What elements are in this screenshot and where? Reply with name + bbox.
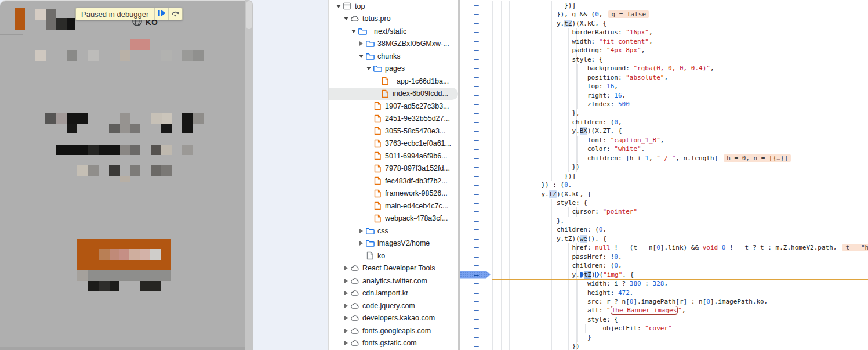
disclosure-expanded-icon[interactable] bbox=[342, 17, 350, 20]
code-line-20[interactable]: })] bbox=[460, 172, 868, 181]
disclosure-collapsed-icon[interactable] bbox=[342, 279, 350, 283]
code-line-29[interactable]: passHref: !0, bbox=[460, 252, 868, 261]
tree-item-pages[interactable]: pages bbox=[329, 63, 458, 75]
gutter-line-marker[interactable] bbox=[474, 50, 479, 51]
gutter-line-marker[interactable] bbox=[474, 68, 479, 69]
gutter-line-marker[interactable] bbox=[474, 104, 479, 105]
code-line-36[interactable]: style: { bbox=[460, 315, 868, 324]
tree-item-imagesv2-home[interactable]: imagesV2/home bbox=[329, 237, 458, 250]
gutter-line-marker[interactable] bbox=[474, 167, 479, 168]
tree-item-react-developer-tools[interactable]: React Developer Tools bbox=[329, 262, 458, 275]
code-line-1[interactable]: })] bbox=[460, 1, 868, 10]
gutter-line-marker[interactable] bbox=[474, 211, 479, 212]
disclosure-collapsed-icon[interactable] bbox=[342, 316, 350, 320]
tree-item-38mgzbxf05gmxw-[interactable]: 38MGZBxf05GMxw-... bbox=[329, 38, 458, 50]
code-line-15[interactable]: y.BX)(X.ZT, { bbox=[460, 127, 868, 135]
code-line-9[interactable]: position: "absolute", bbox=[460, 73, 868, 82]
gutter-line-marker[interactable] bbox=[474, 158, 479, 159]
code-line-21[interactable]: }) : (0, bbox=[460, 181, 868, 189]
tree-item-fonts-googleapis-com[interactable]: fonts.googleapis.com bbox=[329, 324, 458, 337]
code-line-16[interactable]: font: "caption_1_B", bbox=[460, 136, 868, 145]
page-scrollbar-thumb[interactable] bbox=[246, 1, 252, 29]
tree-item-fec483df-db3f7b2-[interactable]: fec483df-db3f7b2... bbox=[329, 175, 458, 187]
code-line-4[interactable]: borderRadius: "16px", bbox=[460, 28, 868, 37]
code-line-7[interactable]: style: { bbox=[460, 55, 868, 64]
code-line-17[interactable]: color: "white", bbox=[460, 145, 868, 153]
tree-item-3763-ecbc1ef0a61-[interactable]: 3763-ecbc1ef0a61... bbox=[329, 138, 458, 150]
tree-item--app-1c66d1ba-[interactable]: _app-1c66d1ba... bbox=[329, 75, 458, 88]
gutter-line-marker[interactable] bbox=[474, 176, 479, 177]
code-line-3[interactable]: y.tZ)(X.kC, { bbox=[460, 19, 868, 28]
code-line-22[interactable]: y.tZ)(X.kC, { bbox=[460, 190, 868, 199]
tree-item-1907-ad5c27c3b3-[interactable]: 1907-ad5c27c3b3... bbox=[329, 100, 458, 113]
code-line-37[interactable]: objectFit: "cover" bbox=[460, 324, 868, 333]
tree-item-developers-kakao-com[interactable]: developers.kakao.com bbox=[329, 312, 458, 325]
code-line-24[interactable]: cursor: "pointer" bbox=[460, 207, 868, 216]
tree-item-ko[interactable]: ko bbox=[329, 250, 458, 262]
tree-item-main-ed4ceb4c7c-[interactable]: main-ed4ceb4c7c... bbox=[329, 200, 458, 212]
tree-item-analytics-twitter-com[interactable]: analytics.twitter.com bbox=[329, 275, 458, 287]
step-target-filled-icon[interactable] bbox=[580, 272, 584, 278]
disclosure-expanded-icon[interactable] bbox=[365, 67, 372, 70]
code-line-38[interactable]: } bbox=[460, 333, 868, 342]
gutter-line-marker[interactable] bbox=[474, 86, 479, 87]
tree-item-5011-6994a6f9b6-[interactable]: 5011-6994a6f9b6... bbox=[329, 150, 458, 163]
gutter-line-marker[interactable] bbox=[474, 59, 479, 60]
step-target-outline-icon[interactable] bbox=[595, 272, 600, 278]
gutter-line-marker[interactable] bbox=[474, 95, 479, 96]
tree-item-totus-pro[interactable]: totus.pro bbox=[329, 13, 458, 26]
tree-item-framework-98526-[interactable]: framework-98526... bbox=[329, 187, 458, 200]
tree-item-3055-58c5470e3-[interactable]: 3055-58c5470e3... bbox=[329, 125, 458, 138]
gutter-line-marker[interactable] bbox=[474, 131, 479, 132]
gutter-line-marker[interactable] bbox=[474, 140, 479, 141]
code-line-30[interactable]: children: (0, bbox=[460, 261, 868, 270]
gutter-line-marker[interactable] bbox=[474, 283, 479, 284]
gutter-line-marker[interactable] bbox=[474, 185, 479, 186]
gutter-line-marker[interactable] bbox=[474, 23, 479, 24]
code-line-23[interactable]: style: { bbox=[460, 199, 868, 207]
code-line-12[interactable]: zIndex: 500 bbox=[460, 100, 868, 109]
gutter-line-marker[interactable] bbox=[474, 275, 479, 276]
code-line-10[interactable]: top: 16, bbox=[460, 82, 868, 91]
gutter-line-marker[interactable] bbox=[474, 239, 479, 240]
disclosure-collapsed-icon[interactable] bbox=[342, 341, 350, 345]
code-line-14[interactable]: children: (0, bbox=[460, 118, 868, 127]
code-line-28[interactable]: href: null !== (t = n[0].link) && void 0… bbox=[460, 243, 868, 252]
execution-line[interactable]: y.tZ)("img", { bbox=[460, 270, 868, 279]
tree-item-code-jquery-com[interactable]: code.jquery.com bbox=[329, 300, 458, 312]
tree-item-index-6b09fcdd-[interactable]: index-6b09fcdd... bbox=[329, 88, 458, 100]
code-line-35[interactable]: alt: "The Banner images", bbox=[460, 306, 868, 315]
gutter-line-marker[interactable] bbox=[474, 328, 479, 329]
gutter-line-marker[interactable] bbox=[474, 149, 479, 150]
gutter-line-marker[interactable] bbox=[474, 247, 479, 248]
tree-item-css[interactable]: css bbox=[329, 225, 458, 237]
disclosure-expanded-icon[interactable] bbox=[357, 55, 365, 58]
tree-item-webpack-478a3cf-[interactable]: webpack-478a3cf... bbox=[329, 212, 458, 225]
gutter-line-marker[interactable] bbox=[474, 194, 479, 195]
gutter-line-marker[interactable] bbox=[474, 319, 479, 320]
gutter-line-marker[interactable] bbox=[474, 301, 479, 302]
gutter-line-marker[interactable] bbox=[474, 293, 479, 294]
code-line-18[interactable]: children: [h + 1, " / ", n.length]h = 0,… bbox=[460, 154, 868, 163]
disclosure-expanded-icon[interactable] bbox=[350, 30, 357, 33]
disclosure-collapsed-icon[interactable] bbox=[342, 291, 350, 295]
gutter-line-marker[interactable] bbox=[474, 41, 479, 42]
disclosure-collapsed-icon[interactable] bbox=[357, 229, 365, 233]
gutter-line-marker[interactable] bbox=[474, 203, 479, 204]
gutter-line-marker[interactable] bbox=[474, 122, 479, 123]
code-line-6[interactable]: padding: "4px 8px", bbox=[460, 46, 868, 55]
disclosure-collapsed-icon[interactable] bbox=[357, 41, 365, 46]
gutter-line-marker[interactable] bbox=[474, 310, 479, 311]
gutter-line-marker[interactable] bbox=[474, 5, 479, 6]
gutter-line-marker[interactable] bbox=[474, 337, 479, 338]
code-line-33[interactable]: height: 472, bbox=[460, 288, 868, 297]
gutter-line-marker[interactable] bbox=[474, 14, 479, 15]
disclosure-collapsed-icon[interactable] bbox=[357, 241, 365, 246]
code-line-5[interactable]: width: "fit-content", bbox=[460, 37, 868, 46]
code-line-11[interactable]: right: 16, bbox=[460, 91, 868, 100]
code-line-26[interactable]: children: (0, bbox=[460, 225, 868, 234]
tree-item-7978-897f3a152fd-[interactable]: 7978-897f3a152fd... bbox=[329, 163, 458, 175]
gutter-line-marker[interactable] bbox=[474, 77, 479, 78]
code-line-34[interactable]: src: r ? n[0].imagePath[r] : n[0].imageP… bbox=[460, 297, 868, 306]
gutter-line-marker[interactable] bbox=[474, 32, 479, 33]
